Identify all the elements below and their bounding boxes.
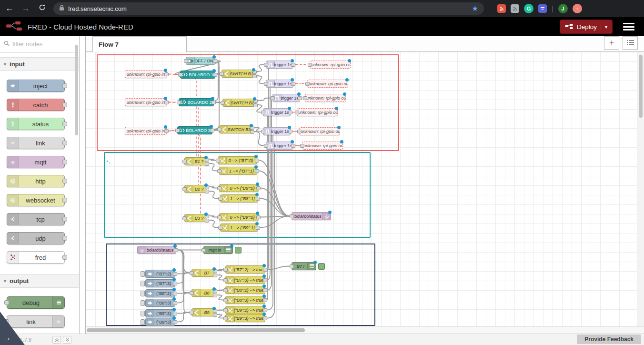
flow-canvas[interactable]: OFF / ONunknown: rpi-gpio inunknown: rpi… (86, 52, 637, 326)
node-trig6[interactable]: trigger 1s (266, 142, 293, 150)
input-port[interactable] (303, 96, 307, 100)
output-port[interactable] (173, 320, 177, 324)
input-port[interactable] (223, 288, 228, 292)
input-port[interactable] (261, 111, 265, 114)
input-port[interactable] (297, 130, 302, 133)
output-port[interactable] (173, 282, 177, 285)
debug-toggle[interactable] (235, 247, 242, 254)
tab-flow7[interactable]: Flow 7 (92, 36, 187, 52)
output-port-2[interactable] (205, 162, 209, 166)
node-chgt5[interactable]: {"B9":2} --> true (225, 306, 265, 314)
inject-button[interactable] (141, 300, 145, 306)
indigo-extension-icon[interactable] (538, 4, 547, 13)
input-port[interactable] (217, 128, 221, 132)
node-inj2[interactable]: {"B7":3} (145, 279, 175, 287)
palette-section-output[interactable]: ▾output (0, 274, 79, 288)
input-port[interactable] (184, 59, 188, 63)
inject-button[interactable] (141, 311, 145, 316)
output-port[interactable] (173, 301, 177, 305)
node-port[interactable] (62, 179, 67, 183)
node-unk_out3[interactable]: unknown: rpi-gpio out (305, 94, 346, 102)
palette-node-http[interactable]: http (7, 175, 65, 187)
node-unk_out6[interactable]: unknown: rpi-gpio out (302, 142, 343, 150)
input-port[interactable] (223, 298, 228, 302)
inject-button[interactable] (141, 319, 145, 325)
output-port-2[interactable] (205, 190, 209, 193)
node-switchb3[interactable]: SWITCH B3 (219, 125, 252, 133)
node-chgt1[interactable]: {"B7":2} --> true (225, 265, 265, 274)
output-port[interactable] (256, 215, 261, 219)
node-chg_b9_1[interactable]: 1 --> {"B9":1} (220, 223, 258, 232)
input-port[interactable] (177, 101, 181, 104)
node-swb8[interactable]: B8 (191, 289, 215, 297)
palette-node-websocket[interactable]: websocket (7, 194, 65, 206)
output-port[interactable] (291, 63, 295, 67)
node-chg_b9_0[interactable]: 0 --> {"B9":0} (219, 213, 259, 221)
output-port[interactable] (164, 101, 169, 104)
input-port[interactable] (217, 186, 221, 190)
debug-toggle[interactable] (318, 263, 325, 270)
output-port[interactable] (173, 292, 177, 295)
input-port[interactable] (217, 169, 221, 173)
inject-button[interactable] (141, 291, 145, 296)
node-b2q[interactable]: B2 ? (184, 185, 207, 193)
inject-button[interactable] (141, 271, 145, 277)
output-port[interactable] (263, 316, 267, 320)
input-port[interactable] (217, 215, 221, 219)
input-port[interactable] (175, 129, 180, 132)
input-port[interactable] (220, 72, 224, 76)
input-port[interactable] (264, 144, 268, 148)
input-port[interactable] (290, 264, 294, 268)
palette-section-input[interactable]: ▾input (0, 57, 79, 71)
node-unk_out5[interactable]: unknown: rpi-gpio out (299, 127, 340, 135)
output-port[interactable] (173, 272, 177, 276)
input-port[interactable] (264, 63, 268, 67)
input-port[interactable] (223, 316, 228, 320)
node-dbg_b7[interactable]: B7 ! (292, 262, 316, 270)
output-port[interactable] (298, 96, 302, 100)
node-bolardo1[interactable]: BOLARDO 1 (180, 71, 215, 79)
grammarly-icon[interactable]: G (524, 4, 533, 13)
input-port[interactable] (182, 160, 187, 163)
input-port[interactable] (295, 111, 299, 114)
node-port[interactable] (62, 141, 67, 145)
input-port[interactable] (221, 101, 225, 105)
node-chgt2[interactable]: {"B7":3} --> true (225, 276, 265, 284)
vertical-scrollbar-thumb[interactable] (639, 55, 643, 118)
node-port[interactable] (62, 255, 67, 260)
provide-feedback-button[interactable]: Provide Feedback (577, 335, 641, 344)
output-port-2[interactable] (205, 219, 209, 223)
input-port[interactable] (182, 216, 187, 220)
node-trig2[interactable]: trigger 1s (266, 80, 293, 88)
node-switchb2[interactable]: SWITCH B2 (222, 99, 256, 107)
node-port[interactable] (62, 160, 67, 164)
flow-list-button[interactable] (623, 36, 638, 50)
node-bolardo2[interactable]: BOLARDO 2 (179, 98, 214, 106)
node-swb7[interactable]: B7 (191, 269, 215, 277)
output-port-2[interactable] (253, 103, 258, 107)
node-port[interactable] (62, 122, 67, 126)
palette-search[interactable]: filter nodes (0, 36, 79, 52)
output-port-2[interactable] (213, 294, 217, 297)
input-port[interactable] (223, 268, 228, 272)
output-port[interactable] (164, 129, 169, 133)
rss-red-icon[interactable] (497, 4, 506, 13)
output-port-2[interactable] (213, 313, 217, 317)
input-port[interactable] (218, 197, 222, 201)
output-port[interactable] (256, 186, 261, 190)
input-port[interactable] (178, 73, 182, 77)
node-swb9[interactable]: B9 (191, 308, 215, 316)
expand-all-button[interactable] (63, 336, 71, 344)
input-port[interactable] (216, 159, 220, 162)
input-port[interactable] (264, 82, 268, 86)
input-port[interactable] (190, 271, 194, 275)
collapse-all-button[interactable] (52, 336, 61, 344)
output-port[interactable] (256, 197, 260, 201)
input-port[interactable] (182, 187, 187, 191)
node-inj4[interactable]: {"B8":3} (145, 299, 175, 307)
node-chgt3[interactable]: {"B8":2} --> true (225, 286, 265, 294)
output-port[interactable] (164, 72, 169, 76)
input-port[interactable] (305, 82, 310, 86)
palette-scrollbar[interactable] (75, 45, 78, 135)
vertical-scrollbar[interactable] (637, 52, 644, 326)
